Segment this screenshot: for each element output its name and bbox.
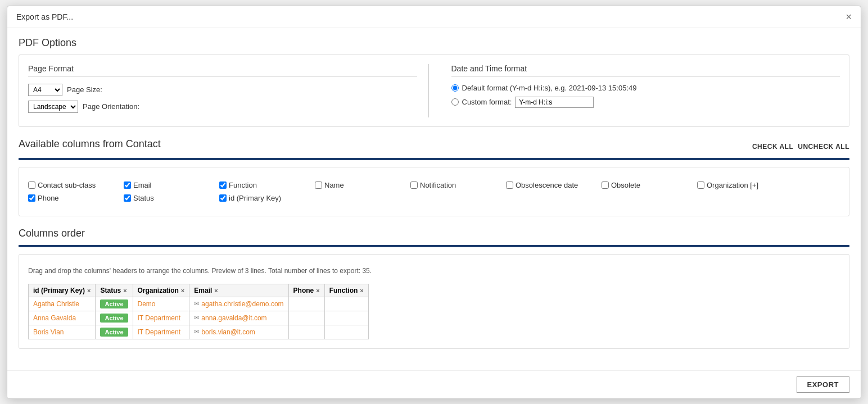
checkbox-function-label[interactable]: Function [229,181,257,189]
checkbox-obsolete-label[interactable]: Obsolete [611,181,640,189]
checkbox-obsolete: Obsolete [602,181,691,189]
col-email-remove[interactable]: × [214,287,218,294]
row2-org: IT Department [133,311,189,325]
checkbox-organization-label[interactable]: Organization [+] [707,181,758,189]
col-phone-remove[interactable]: × [316,287,319,294]
col-status-remove[interactable]: × [123,287,126,294]
row3-phone [288,325,324,339]
page-orientation-row: Landscape Portrait Page Orientation: [28,101,417,113]
email-icon-1: ✉ [194,300,199,307]
row3-email-link[interactable]: boris.vian@it.com [201,328,255,336]
row2-phone [288,311,324,325]
checkbox-notification: Notification [410,181,500,189]
row2-email-link[interactable]: anna.gavalda@it.com [201,314,266,322]
page-format-section: Page Format A4 A3 Letter Page Size: Land… [28,64,429,117]
col-function-remove[interactable]: × [360,287,363,294]
row1-status: Active [96,297,133,311]
custom-format-input[interactable] [515,97,594,108]
checkbox-email-label[interactable]: Email [133,181,152,189]
checkbox-name-input[interactable] [315,181,322,189]
check-all-button[interactable]: CHECK ALL [752,143,793,151]
row1-status-badge: Active [100,299,128,308]
checkbox-obsolescence-date: Obsolescence date [506,181,596,189]
col-status-label: Status [100,287,121,294]
checkbox-contact-sub-class-input[interactable] [28,181,35,189]
modal-body: PDF Options Page Format A4 A3 Letter Pag… [7,28,861,370]
row1-org-link[interactable]: Demo [138,300,156,308]
checkbox-notification-input[interactable] [410,181,418,189]
checkbox-function-input[interactable] [219,181,227,189]
checkbox-name-label[interactable]: Name [324,181,344,189]
page-orientation-select[interactable]: Landscape Portrait [28,101,78,113]
row3-org-link[interactable]: IT Department [138,328,180,336]
row3-status-badge: Active [100,328,128,337]
col-function-label: Function [329,287,358,294]
row2-org-link[interactable]: IT Department [138,314,180,322]
row1-id: Agatha Christie [29,297,96,311]
date-format-section: Date and Time format Default format (Y-m… [440,64,840,117]
row1-email-link[interactable]: agatha.christie@demo.com [201,300,283,308]
custom-format-radio[interactable] [451,98,459,106]
row3-status: Active [96,325,133,339]
export-button[interactable]: EXPORT [797,376,849,393]
row2-email: ✉ anna.gavalda@it.com [189,311,288,325]
col-header-email[interactable]: Email × [189,284,288,297]
col-org-remove[interactable]: × [181,287,184,294]
available-columns-title: Available columns from Contact [19,138,161,150]
checkbox-obsolescence-date-label[interactable]: Obsolescence date [516,181,578,189]
row3-org: IT Department [133,325,189,339]
page-format-title: Page Format [28,64,417,77]
default-format-radio[interactable] [451,84,459,92]
drag-info: Drag and drop the columns' headers to ar… [28,264,840,278]
checkbox-phone-label[interactable]: Phone [38,194,59,202]
row2-function [324,311,368,325]
checkbox-organization: Organization [+] [697,181,787,189]
col-header-status[interactable]: Status × [96,284,133,297]
checkbox-function: Function [219,181,309,189]
row2-id-link[interactable]: Anna Gavalda [33,314,76,322]
checkbox-notification-label[interactable]: Notification [420,181,456,189]
custom-format-label[interactable]: Custom format: [462,98,512,106]
col-header-id[interactable]: id (Primary Key) × [29,284,96,297]
row1-email: ✉ agatha.christie@demo.com [189,297,288,311]
checkbox-organization-input[interactable] [697,181,704,189]
columns-order-box: Drag and drop the columns' headers to ar… [19,254,849,349]
checkbox-id-primary-key-input[interactable] [219,194,227,202]
page-size-select[interactable]: A4 A3 Letter [28,84,62,96]
preview-table: id (Primary Key) × Status × [28,284,369,339]
col-id-label: id (Primary Key) [33,287,85,294]
row1-id-link[interactable]: Agatha Christie [33,300,79,308]
default-format-label[interactable]: Default format (Y-m-d H:i:s), e.g. 2021-… [462,84,637,92]
checkbox-obsolete-input[interactable] [602,181,609,189]
checkbox-phone: Phone [28,194,118,202]
table-row: Anna Gavalda Active IT Department ✉ anna… [29,311,369,325]
col-header-organization[interactable]: Organization × [133,284,189,297]
uncheck-all-button[interactable]: UNCHECK ALL [798,143,849,151]
checkbox-status-label[interactable]: Status [133,194,154,202]
page-size-row: A4 A3 Letter Page Size: [28,84,417,96]
col-email-label: Email [194,287,212,294]
pdf-options-title: PDF Options [19,37,849,49]
row1-function [324,297,368,311]
page-orientation-label: Page Orientation: [83,102,139,111]
row1-phone [288,297,324,311]
checkbox-status-input[interactable] [124,194,131,202]
col-header-phone[interactable]: Phone × [288,284,324,297]
columns-order-title: Columns order [19,228,849,239]
col-id-remove[interactable]: × [87,287,91,294]
checkbox-obsolescence-date-input[interactable] [506,181,513,189]
default-format-row: Default format (Y-m-d H:i:s), e.g. 2021-… [451,84,840,92]
checkbox-id-primary-key: id (Primary Key) [219,194,332,202]
checkbox-email-input[interactable] [124,181,131,189]
col-header-function[interactable]: Function × [324,284,368,297]
close-button[interactable]: × [846,12,852,22]
checkbox-email: Email [124,181,214,189]
export-pdf-modal: Export as PDF... × PDF Options Page Form… [7,6,861,399]
checkbox-contact-sub-class: Contact sub-class [28,181,118,189]
columns-header: Available columns from Contact CHECK ALL… [19,138,849,156]
checkbox-contact-sub-class-label[interactable]: Contact sub-class [38,181,96,189]
checkbox-phone-input[interactable] [28,194,35,202]
row3-id-link[interactable]: Boris Vian [33,328,64,336]
table-row: Boris Vian Active IT Department ✉ boris.… [29,325,369,339]
checkbox-id-primary-key-label[interactable]: id (Primary Key) [229,194,281,202]
